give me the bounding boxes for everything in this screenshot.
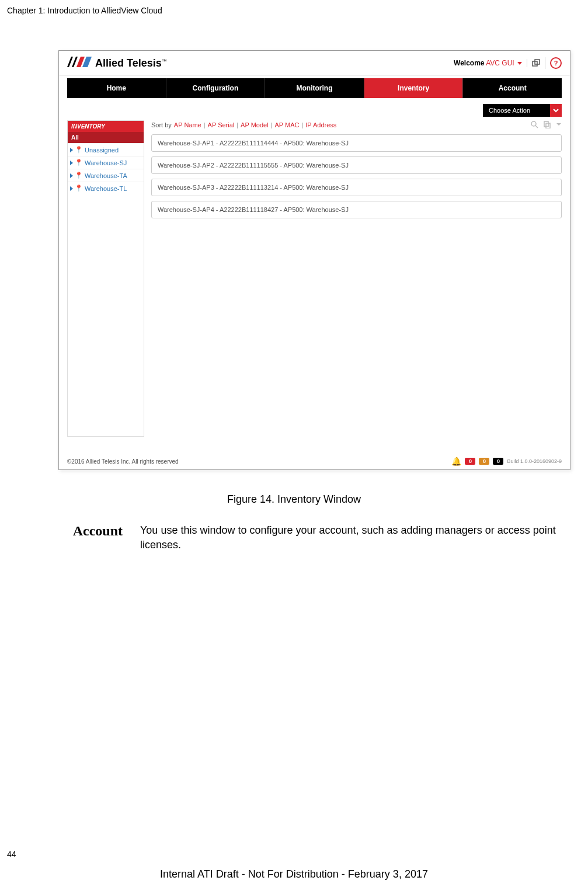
inventory-row[interactable]: Warehouse-SJ-AP3 - A22222B111113214 - AP… xyxy=(151,179,562,196)
help-icon[interactable]: ? xyxy=(545,57,562,69)
build-version: Build 1.0.0-20160902-9 xyxy=(507,458,562,464)
sidebar-item-warehouse-tl[interactable]: 📍 Warehouse-TL xyxy=(68,182,144,194)
sort-ap-model[interactable]: AP Model xyxy=(241,121,269,128)
sort-left: Sort by AP Name | AP Serial | AP Model |… xyxy=(151,121,336,128)
document-page: Chapter 1: Introduction to AlliedView Cl… xyxy=(0,0,588,891)
inventory-row[interactable]: Warehouse-SJ-AP1 - A22222B111114444 - AP… xyxy=(151,134,562,152)
copyright: ©2016 Allied Telesis Inc. All rights res… xyxy=(67,458,179,465)
sort-sep: | xyxy=(204,121,206,128)
badge-info[interactable]: 0 xyxy=(493,458,503,465)
sort-sep: | xyxy=(301,121,303,128)
toolbar-icons xyxy=(530,120,562,130)
sort-ap-name[interactable]: AP Name xyxy=(174,121,201,128)
sidebar-item-label: Warehouse-TA xyxy=(85,172,127,179)
svg-point-2 xyxy=(531,121,536,126)
user-menu[interactable]: AVC GUI xyxy=(486,59,522,67)
page-number: 44 xyxy=(7,850,16,859)
tab-inventory[interactable]: Inventory xyxy=(364,78,464,98)
expand-triangle-icon xyxy=(70,186,73,191)
sort-ap-mac[interactable]: AP MAC xyxy=(274,121,299,128)
user-menu-label: AVC GUI xyxy=(486,59,514,67)
sort-by-label: Sort by xyxy=(151,121,172,128)
location-pin-icon: 📍 xyxy=(75,146,83,154)
expand-triangle-icon xyxy=(70,161,73,165)
sidebar-item-label: Warehouse-SJ xyxy=(85,159,127,166)
dropdown-caret-icon[interactable] xyxy=(556,121,562,128)
logo-tm: ™ xyxy=(162,58,167,64)
section-account: Account You use this window to configure… xyxy=(58,523,588,552)
footer-right: 🔔 0 0 0 Build 1.0.0-20160902-9 xyxy=(451,457,562,466)
tab-home[interactable]: Home xyxy=(67,78,166,98)
caret-down-icon xyxy=(517,62,522,65)
logo-mark-icon xyxy=(67,57,92,69)
sidebar-header: INVENTORY xyxy=(68,121,144,132)
section-body: You use this window to configure your ac… xyxy=(140,523,572,552)
welcome-text: Welcome AVC GUI xyxy=(454,59,522,67)
sort-sep: | xyxy=(236,121,238,128)
chevron-down-icon xyxy=(550,104,562,117)
content-row: INVENTORY All 📍 Unassigned 📍 Warehouse-S… xyxy=(59,117,570,455)
tab-monitoring[interactable]: Monitoring xyxy=(265,78,364,98)
search-icon[interactable] xyxy=(530,120,538,130)
logo-text: Allied Telesis™ xyxy=(95,57,167,69)
welcome-area: Welcome AVC GUI ? xyxy=(454,57,562,69)
copy-icon[interactable] xyxy=(543,120,551,130)
sidebar-item-warehouse-ta[interactable]: 📍 Warehouse-TA xyxy=(68,169,144,182)
sidebar-item-label: Unassigned xyxy=(85,147,119,154)
figure-caption: Figure 14. Inventory Window xyxy=(0,493,588,506)
tab-account[interactable]: Account xyxy=(463,78,562,98)
tab-configuration[interactable]: Configuration xyxy=(166,78,266,98)
sort-sep: | xyxy=(271,121,273,128)
choose-action-label: Choose Action xyxy=(483,104,550,117)
logo-text-label: Allied Telesis xyxy=(95,57,162,69)
sort-row: Sort by AP Name | AP Serial | AP Model |… xyxy=(151,120,562,130)
screenshot: Allied Telesis™ Welcome AVC GUI xyxy=(58,50,570,470)
sidebar-all[interactable]: All xyxy=(68,132,144,143)
expand-triangle-icon xyxy=(70,173,73,178)
distribution-footer: Internal ATI Draft - Not For Distributio… xyxy=(0,868,588,880)
sidebar-item-label: Warehouse-TL xyxy=(85,185,127,192)
choose-action-dropdown[interactable]: Choose Action xyxy=(483,104,562,117)
location-pin-icon: 📍 xyxy=(75,159,83,166)
badge-warning[interactable]: 0 xyxy=(479,458,489,465)
sort-ap-serial[interactable]: AP Serial xyxy=(208,121,235,128)
sidebar: INVENTORY All 📍 Unassigned 📍 Warehouse-S… xyxy=(67,120,144,437)
app-footer: ©2016 Allied Telesis Inc. All rights res… xyxy=(59,455,570,469)
expand-triangle-icon xyxy=(70,148,73,152)
expand-icon[interactable] xyxy=(527,59,540,67)
sort-ip-address[interactable]: IP Address xyxy=(305,121,336,128)
location-pin-icon: 📍 xyxy=(75,185,83,192)
bell-icon[interactable]: 🔔 xyxy=(451,457,461,466)
main-panel: Sort by AP Name | AP Serial | AP Model |… xyxy=(151,120,562,447)
logo: Allied Telesis™ xyxy=(67,57,167,69)
sidebar-item-warehouse-sj[interactable]: 📍 Warehouse-SJ xyxy=(68,156,144,169)
location-pin-icon: 📍 xyxy=(75,172,83,179)
section-heading: Account xyxy=(58,523,123,552)
chapter-header: Chapter 1: Introduction to AlliedView Cl… xyxy=(0,0,588,15)
inventory-row[interactable]: Warehouse-SJ-AP4 - A22222B111118427 - AP… xyxy=(151,201,562,218)
app-header: Allied Telesis™ Welcome AVC GUI xyxy=(59,51,570,76)
inventory-row[interactable]: Warehouse-SJ-AP2 - A22222B111115555 - AP… xyxy=(151,156,562,174)
svg-line-3 xyxy=(535,126,538,128)
badge-critical[interactable]: 0 xyxy=(465,458,475,465)
nav-tabs: Home Configuration Monitoring Inventory … xyxy=(67,78,562,98)
welcome-label: Welcome xyxy=(454,59,484,67)
action-bar: Choose Action xyxy=(59,98,570,117)
sidebar-item-unassigned[interactable]: 📍 Unassigned xyxy=(68,143,144,156)
